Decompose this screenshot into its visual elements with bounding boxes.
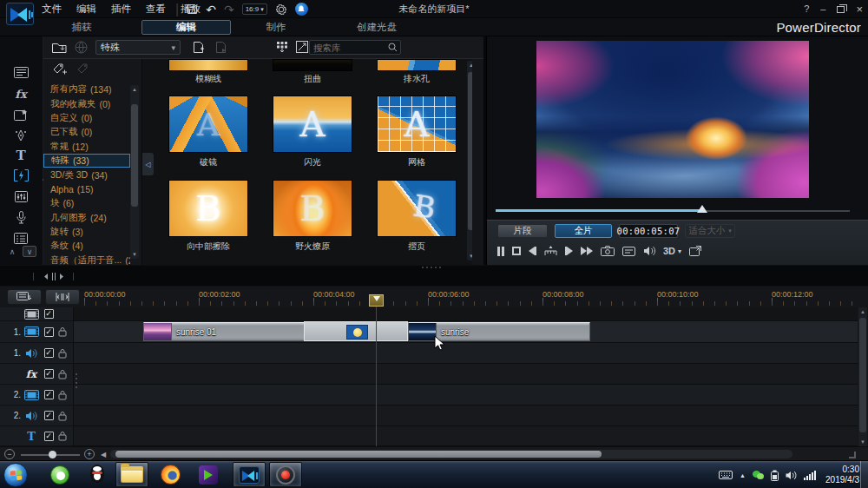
- chapter-room-icon[interactable]: [0, 228, 42, 247]
- category-item[interactable]: 我的收藏夹(0): [43, 96, 130, 110]
- track-lane[interactable]: [74, 364, 858, 385]
- search-input[interactable]: [310, 43, 385, 53]
- help-button[interactable]: ?: [804, 4, 809, 14]
- download-content-icon[interactable]: [75, 41, 88, 54]
- scroll-up-icon[interactable]: ▲: [467, 61, 472, 69]
- scroll-left-icon[interactable]: ◀: [101, 451, 106, 458]
- stop-button[interactable]: [512, 244, 521, 258]
- track-enable-checkbox[interactable]: ✓: [44, 369, 54, 379]
- scroll-down-icon[interactable]: ▼: [130, 250, 139, 259]
- track-lock-icon[interactable]: [58, 326, 67, 337]
- messenger-tray-icon[interactable]: [753, 471, 764, 480]
- track-lock-icon[interactable]: [58, 348, 67, 359]
- movie-mode-button[interactable]: 全片: [555, 224, 612, 238]
- track-lock-icon[interactable]: [58, 369, 67, 379]
- category-item[interactable]: 条纹(4): [43, 239, 130, 253]
- category-item[interactable]: Alpha(15): [43, 182, 130, 196]
- close-button[interactable]: ×: [856, 3, 863, 15]
- track-lane[interactable]: [74, 307, 858, 321]
- network-signal-icon[interactable]: [804, 471, 816, 480]
- transition-thumbnail[interactable]: [273, 59, 352, 71]
- title-room-icon[interactable]: T: [0, 146, 42, 165]
- import-folder-icon[interactable]: [52, 41, 67, 54]
- transition-thumbnail[interactable]: B: [168, 180, 248, 237]
- 3d-mode-dropdown[interactable]: 3D ▾: [663, 246, 681, 256]
- grid-view-icon[interactable]: [276, 41, 288, 53]
- taskbar-qq[interactable]: [82, 462, 112, 487]
- category-item[interactable]: 块(6): [43, 196, 130, 210]
- track-enable-checkbox[interactable]: ✓: [44, 390, 54, 399]
- transition-thumbnail[interactable]: [168, 59, 248, 71]
- track-lane[interactable]: [74, 385, 858, 406]
- search-icon[interactable]: [385, 43, 400, 52]
- preview-video[interactable]: [536, 41, 809, 198]
- transition-thumbnail[interactable]: B: [273, 180, 352, 237]
- scroll-down-icon[interactable]: ▼: [467, 252, 472, 260]
- thumbnail-size-icon[interactable]: [296, 41, 308, 53]
- category-scrollbar[interactable]: ▲ ▼: [130, 85, 139, 259]
- transition-thumbnail[interactable]: A: [377, 96, 457, 153]
- fast-forward-button[interactable]: [581, 244, 593, 258]
- resize-grip-icon[interactable]: [849, 452, 856, 458]
- collapse-panel-button[interactable]: ◁: [142, 153, 154, 175]
- transition-room-icon[interactable]: [0, 166, 42, 185]
- tab-capture[interactable]: 捕获: [56, 18, 108, 36]
- tab-edit[interactable]: 编辑: [141, 20, 231, 35]
- import-media-icon[interactable]: [192, 41, 205, 54]
- undo-icon[interactable]: ↶: [206, 3, 216, 16]
- media-room-icon[interactable]: [0, 63, 42, 82]
- category-item[interactable]: 自定义(0): [43, 111, 130, 125]
- timeline-clip-sunrise01[interactable]: sunrise 01: [143, 322, 305, 341]
- transition-overlap-region[interactable]: [304, 321, 408, 341]
- grid-scrollbar[interactable]: ▲ ▼: [467, 61, 472, 260]
- taskbar-media-player[interactable]: [193, 462, 224, 487]
- menu-item[interactable]: 查看: [146, 3, 166, 16]
- timeline-vertical-scrollbar[interactable]: ▲ ▼: [858, 307, 867, 446]
- voiceover-room-icon[interactable]: [0, 208, 42, 227]
- category-item[interactable]: 所有内容(134): [43, 82, 130, 96]
- panel-grip-dots[interactable]: [422, 267, 441, 268]
- scroll-up-icon[interactable]: ▲: [130, 85, 139, 94]
- tab-produce[interactable]: 制作: [250, 18, 302, 36]
- scroll-up-icon[interactable]: ▲: [858, 307, 867, 316]
- volume-tray-icon[interactable]: [786, 471, 797, 480]
- seek-ruler-icon[interactable]: [544, 244, 557, 258]
- track-lock-icon[interactable]: [58, 390, 67, 400]
- volume-icon[interactable]: [643, 244, 655, 258]
- category-item[interactable]: 常规(12): [43, 140, 130, 154]
- transition-thumbnail[interactable]: B: [377, 180, 457, 237]
- scroll-down-icon[interactable]: ▼: [858, 438, 867, 446]
- timeline-hscrollbar-thumb[interactable]: [115, 451, 602, 458]
- playhead-marker[interactable]: [369, 294, 384, 307]
- rail-scroll-down-icon[interactable]: ∨: [23, 246, 36, 257]
- menu-item[interactable]: 文件: [42, 3, 62, 16]
- share-media-icon[interactable]: [214, 41, 227, 54]
- tab-create-disc[interactable]: 创建光盘: [340, 18, 413, 36]
- timecode-display[interactable]: 00:00:05:07: [619, 224, 678, 238]
- fit-size-dropdown[interactable]: 适合大小 ▾: [685, 224, 735, 238]
- transition-thumbnail[interactable]: [377, 59, 457, 71]
- track-lane[interactable]: [74, 406, 858, 426]
- track-lock-icon[interactable]: [58, 431, 67, 441]
- header-grip-dots[interactable]: [75, 373, 78, 396]
- save-icon[interactable]: [187, 3, 198, 15]
- track-enable-checkbox[interactable]: ✓: [44, 432, 54, 441]
- show-desktop-button[interactable]: [860, 461, 868, 488]
- previous-frame-button[interactable]: [529, 244, 536, 258]
- taskbar-powerdirector[interactable]: [233, 462, 266, 487]
- track-lock-icon[interactable]: [58, 411, 67, 421]
- redo-icon[interactable]: ↷: [224, 3, 234, 16]
- snapshot-camera-icon[interactable]: [601, 244, 615, 258]
- zoom-slider-thumb[interactable]: [49, 451, 56, 458]
- transition-thumbnail[interactable]: A: [168, 96, 248, 153]
- seek-thumb[interactable]: [697, 205, 707, 213]
- category-item[interactable]: 音频（适用于音...(2): [43, 254, 130, 265]
- audio-mixing-room-icon[interactable]: [0, 187, 42, 206]
- taskbar-clock[interactable]: 0:30 2019/4/3: [825, 461, 859, 488]
- track-lane[interactable]: [74, 343, 858, 364]
- preview-quality-icon[interactable]: [622, 244, 635, 258]
- remove-tag-icon[interactable]: [76, 63, 90, 76]
- minimize-button[interactable]: –: [820, 4, 825, 14]
- menu-item[interactable]: 编辑: [76, 3, 96, 16]
- battery-icon[interactable]: [771, 470, 779, 481]
